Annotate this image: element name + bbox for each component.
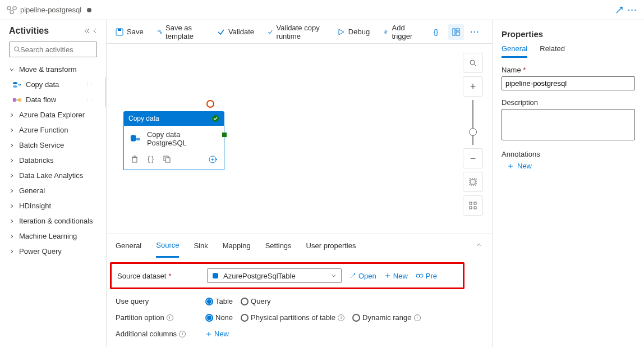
info-icon[interactable]: i: [338, 314, 344, 321]
tab-user-properties[interactable]: User properties: [306, 234, 356, 258]
properties-toggle-button[interactable]: [448, 24, 464, 40]
clone-icon[interactable]: [163, 155, 171, 164]
node-title: Copy data PostgreSQL: [147, 130, 218, 147]
collapse-sidebar-icon[interactable]: [84, 28, 90, 34]
partition-label: Partition option: [116, 313, 164, 322]
validation-ok-icon: [211, 115, 219, 122]
zoom-out-button[interactable]: −: [463, 148, 483, 168]
activity-data-flow[interactable]: Data flow ⋮⋮: [0, 92, 106, 107]
search-input[interactable]: [9, 42, 97, 57]
zoom-slider[interactable]: [472, 100, 473, 145]
grip-icon: ⋮⋮: [85, 97, 93, 103]
svg-rect-17: [471, 180, 475, 184]
sidebar-item-hdinsight[interactable]: HDInsight: [0, 198, 106, 213]
sidebar-item-move-transform[interactable]: Move & transform: [0, 62, 106, 77]
add-trigger-button[interactable]: Add trigger: [383, 24, 416, 40]
node-input-port[interactable]: [206, 100, 214, 108]
svg-rect-10: [158, 30, 159, 31]
pipeline-canvas[interactable]: + − Copy data Copy data PostgreSQL: [107, 44, 492, 234]
data-flow-icon: [12, 96, 21, 104]
activity-copy-data[interactable]: Copy data ⋮⋮: [0, 77, 106, 92]
svg-rect-0: [7, 7, 11, 10]
more-icon[interactable]: ···: [628, 6, 637, 14]
check-icon: [217, 28, 225, 36]
autolayout-button[interactable]: [463, 195, 483, 216]
node-output-port[interactable]: [222, 133, 227, 137]
open-dataset-button[interactable]: Open: [349, 272, 376, 280]
toolbar-more-button[interactable]: ···: [467, 24, 483, 40]
toolbar-label: Save: [127, 28, 144, 36]
new-column-button[interactable]: New: [205, 330, 229, 338]
add-icon[interactable]: [208, 155, 217, 164]
collapse-panel-button[interactable]: [475, 241, 483, 249]
info-icon[interactable]: i: [414, 314, 421, 321]
sidebar-item-batch-service[interactable]: Batch Service: [0, 138, 106, 153]
zoom-in-button[interactable]: +: [463, 76, 483, 97]
new-dataset-button[interactable]: New: [384, 272, 408, 280]
sidebar-item-iteration-conditionals[interactable]: Iteration & conditionals: [0, 213, 106, 229]
tab-settings[interactable]: Settings: [265, 234, 292, 258]
zoom-handle[interactable]: [469, 128, 477, 136]
sidebar-item-general[interactable]: General: [0, 183, 106, 198]
tab-mapping[interactable]: Mapping: [223, 234, 251, 258]
name-label: Name: [502, 66, 521, 74]
sidebar-item-label: Machine Learning: [19, 232, 77, 240]
delete-icon[interactable]: [131, 155, 139, 164]
props-tab-general[interactable]: General: [502, 44, 527, 58]
svg-point-4: [13, 82, 17, 84]
name-field[interactable]: [502, 76, 635, 90]
sidebar-item-azure-data-explorer[interactable]: Azure Data Explorer: [0, 107, 106, 122]
preview-icon: [416, 273, 424, 278]
source-dataset-select[interactable]: AzurePostgreSqlTable: [207, 268, 342, 283]
new-annotation-button[interactable]: New: [502, 162, 635, 170]
sidebar-item-label: Iteration & conditionals: [19, 217, 93, 225]
copy-data-node[interactable]: Copy data Copy data PostgreSQL { }: [123, 111, 224, 170]
svg-rect-9: [118, 29, 121, 31]
sidebar-item-databricks[interactable]: Databricks: [0, 153, 106, 168]
radio-partition-dynamic[interactable]: Dynamic range i: [352, 313, 420, 322]
svg-point-5: [13, 85, 17, 88]
sidebar-item-power-query[interactable]: Power Query: [0, 244, 106, 259]
tab-general[interactable]: General: [116, 234, 141, 258]
code-view-button[interactable]: {}: [429, 24, 445, 40]
toolbar-label: Validate copy runtime: [277, 24, 324, 40]
svg-rect-19: [470, 202, 472, 204]
radio-partition-physical[interactable]: Physical partitions of table i: [241, 313, 344, 322]
preview-dataset-button[interactable]: Pre: [416, 272, 437, 280]
radio-partition-none[interactable]: None: [205, 313, 233, 322]
fit-screen-button[interactable]: [463, 172, 483, 192]
tab-unsaved-indicator: [87, 8, 91, 12]
properties-heading: Properties: [502, 29, 635, 39]
debug-button[interactable]: Debug: [337, 28, 370, 36]
save-button[interactable]: Save: [116, 28, 144, 36]
code-icon[interactable]: { }: [148, 155, 154, 164]
plus-icon: [507, 163, 514, 170]
toolbar-label: Add trigger: [392, 24, 416, 40]
validate-copy-button[interactable]: Validate copy runtime: [268, 24, 324, 40]
save-template-icon: [157, 28, 162, 36]
sidebar-item-machine-learning[interactable]: Machine Learning: [0, 229, 106, 244]
save-template-button[interactable]: Save as template: [157, 24, 204, 40]
svg-point-25: [136, 138, 140, 141]
info-icon[interactable]: i: [179, 331, 186, 337]
tab-sink[interactable]: Sink: [194, 234, 208, 258]
svg-rect-14: [456, 29, 459, 31]
info-icon[interactable]: i: [167, 314, 173, 321]
sidebar-item-azure-function[interactable]: Azure Function: [0, 122, 106, 138]
sidebar-item-label: Data Lake Analytics: [19, 171, 83, 180]
collapse-sidebar-icon-2[interactable]: [93, 28, 97, 34]
radio-query[interactable]: Query: [241, 297, 270, 305]
tab-source[interactable]: Source: [156, 234, 179, 258]
expand-icon[interactable]: [615, 6, 623, 14]
sidebar-item-label: Databricks: [19, 156, 53, 165]
sidebar-item-data-lake-analytics[interactable]: Data Lake Analytics: [0, 168, 106, 183]
props-tab-related[interactable]: Related: [540, 44, 565, 58]
svg-point-32: [420, 274, 423, 277]
sidebar-item-label: Move & transform: [19, 65, 77, 74]
svg-text:{}: {}: [434, 28, 438, 36]
validate-button[interactable]: Validate: [217, 28, 254, 36]
radio-table[interactable]: Table: [205, 297, 233, 305]
svg-point-3: [15, 47, 19, 51]
description-field[interactable]: [502, 109, 635, 140]
zoom-search-button[interactable]: [463, 53, 483, 73]
